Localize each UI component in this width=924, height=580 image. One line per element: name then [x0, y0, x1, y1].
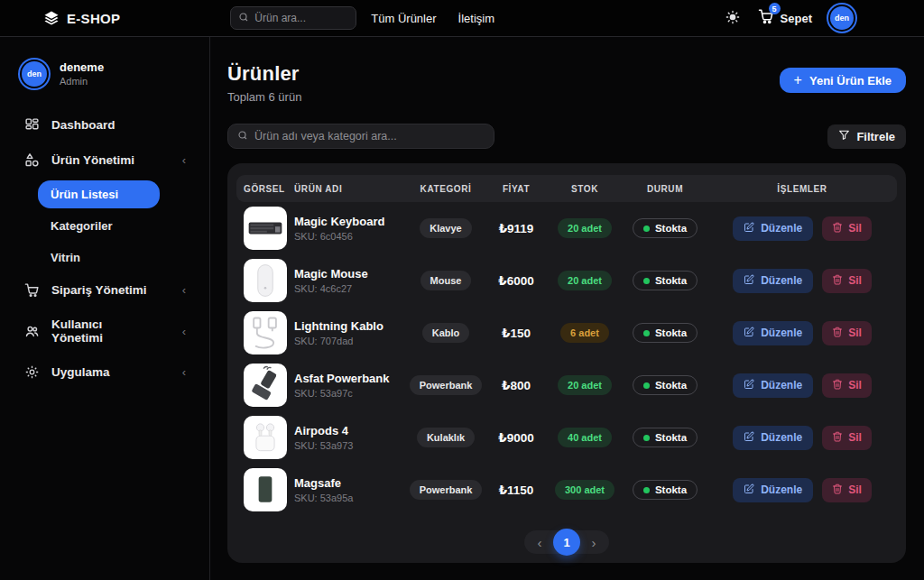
product-submenu: Ürün Listesi Kategoriler Vitrin [38, 180, 195, 272]
table-row: Magic Mouse SKU: 4c6c27 Mouse ₺6000 20 a… [236, 254, 897, 307]
product-sku: SKU: 707dad [294, 336, 406, 346]
edit-button[interactable]: Düzenle [733, 426, 813, 450]
status-dot-icon [643, 382, 650, 389]
status-dot-icon [643, 435, 650, 441]
chevron-left-icon: ‹ [182, 153, 186, 167]
edit-button[interactable]: Düzenle [733, 216, 813, 241]
edit-button[interactable]: Düzenle [733, 321, 813, 345]
pagination-next-button[interactable]: › [584, 535, 604, 550]
product-name: Lightning Kablo [294, 319, 406, 333]
table-row: Magic Keyboard SKU: 6c0456 Klavye ₺9119 … [236, 202, 897, 254]
funnel-icon [838, 129, 850, 143]
user-avatar[interactable]: den [830, 6, 854, 30]
add-product-button[interactable]: + Yeni Ürün Ekle [780, 68, 906, 93]
stock-badge: 300 adet [555, 480, 614, 500]
nav-link-contact[interactable]: İletişim [458, 12, 494, 25]
navbar-right: 5 Sepet den [725, 6, 854, 30]
status-dot-icon [643, 278, 650, 284]
pagination-prev-button[interactable]: ‹ [530, 535, 550, 550]
navbar-search[interactable] [230, 6, 356, 30]
nav-link-all-products[interactable]: Tüm Ürünler [371, 12, 436, 25]
table-header-row: GÖRSEL ÜRÜN ADI KATEGORİ FİYAT STOK DURU… [236, 175, 897, 202]
chevron-left-icon: ‹ [182, 365, 186, 379]
header-category: KATEGORİ [406, 184, 485, 194]
status-dot-icon [643, 487, 650, 493]
navbar-links: Tüm Ürünler İletişim [371, 12, 494, 25]
stock-badge: 20 adet [558, 375, 612, 395]
search-icon [238, 10, 249, 26]
product-name: Magsafe [294, 476, 406, 490]
navbar-search-input[interactable] [254, 12, 348, 24]
sidebar-user-role: Admin [60, 76, 104, 87]
sidebar-item-label: Uygulama [51, 365, 110, 379]
gear-icon [23, 364, 40, 380]
sidebar-item-user-management[interactable]: Kullanıcı Yönetimi ‹ [14, 310, 195, 352]
pagination-page-1[interactable]: 1 [553, 529, 580, 556]
dashboard-grid-icon [23, 117, 40, 133]
stock-badge: 20 adet [558, 271, 612, 290]
trash-icon [832, 274, 843, 288]
product-image [244, 259, 287, 302]
status-dot-icon [643, 330, 650, 336]
sidebar-item-label: Dashboard [51, 118, 116, 132]
sidebar-item-product-management[interactable]: Ürün Yönetimi ‹ [14, 145, 195, 175]
trash-icon [832, 222, 843, 235]
cart-button[interactable]: 5 Sepet [758, 8, 812, 28]
sidebar-item-dashboard[interactable]: Dashboard [14, 110, 195, 140]
edit-icon [744, 327, 754, 340]
edit-icon [744, 379, 754, 392]
category-badge: Kablo [422, 323, 470, 343]
category-badge: Mouse [420, 271, 472, 290]
product-image [244, 416, 287, 459]
edit-icon [744, 431, 754, 445]
delete-button[interactable]: Sil [822, 321, 872, 345]
status-badge: Stokta [633, 271, 698, 290]
product-search[interactable] [227, 124, 494, 149]
product-price: ₺9000 [498, 430, 533, 445]
header-image: GÖRSEL [236, 184, 291, 194]
users-icon [23, 324, 40, 339]
sidebar-item-order-management[interactable]: Sipariş Yönetimi ‹ [14, 275, 195, 305]
delete-button[interactable]: Sil [822, 216, 872, 241]
product-price: ₺150 [502, 326, 531, 340]
theme-toggle-button[interactable] [725, 10, 740, 27]
product-image [244, 468, 287, 511]
sidebar-item-application[interactable]: Uygulama ‹ [14, 357, 195, 387]
sidebar-avatar: den [22, 61, 47, 87]
sidebar-item-label: Kullanıcı Yönetimi [51, 318, 151, 345]
filter-button[interactable]: Filtrele [827, 124, 906, 149]
sidebar-item-label: Sipariş Yönetimi [51, 283, 147, 297]
edit-button[interactable]: Düzenle [733, 478, 813, 502]
trash-icon [832, 327, 843, 340]
status-badge: Stokta [633, 480, 698, 500]
product-price: ₺9119 [499, 221, 534, 235]
stock-badge: 6 adet [560, 323, 609, 343]
submenu-item-categories[interactable]: Kategoriler [38, 212, 160, 240]
delete-button[interactable]: Sil [822, 269, 872, 293]
category-badge: Powerbank [410, 480, 483, 500]
table-row: Airpods 4 SKU: 53a973 Kulaklık ₺9000 40 … [236, 411, 897, 464]
sidebar-item-label: Ürün Yönetimi [51, 153, 134, 167]
brand-logo[interactable]: E-SHOP [43, 10, 120, 26]
chevron-left-icon: ‹ [182, 325, 186, 338]
product-sku: SKU: 6c0456 [294, 231, 406, 242]
edit-button[interactable]: Düzenle [733, 269, 813, 293]
header-name: ÜRÜN ADI [291, 184, 406, 194]
edit-icon [744, 483, 754, 497]
edit-button[interactable]: Düzenle [733, 373, 813, 398]
submenu-item-product-list[interactable]: Ürün Listesi [38, 180, 160, 208]
product-name: Magic Keyboard [294, 215, 406, 228]
top-navbar: E-SHOP Tüm Ürünler İletişim 5 Sepet den [0, 0, 924, 37]
cart-label: Sepet [781, 12, 812, 25]
product-sku: SKU: 53a95a [294, 493, 406, 503]
product-search-input[interactable] [254, 130, 485, 143]
header-stock: STOK [547, 184, 623, 194]
delete-button[interactable]: Sil [822, 373, 872, 398]
header-status: DURUM [623, 184, 707, 194]
page-title: Ürünler [227, 62, 301, 86]
delete-button[interactable]: Sil [822, 426, 872, 450]
submenu-item-showcase[interactable]: Vitrin [38, 244, 160, 272]
delete-button[interactable]: Sil [822, 478, 872, 502]
edit-icon [744, 274, 754, 288]
plus-icon: + [794, 73, 802, 87]
